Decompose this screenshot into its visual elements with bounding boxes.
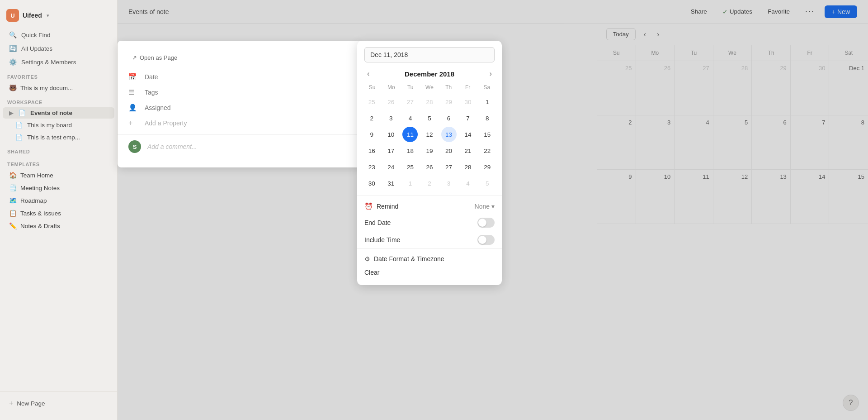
cal-day[interactable]: 27: [402, 94, 418, 110]
tags-property-row[interactable]: ☰ Tags: [118, 85, 362, 100]
sidebar-item-tasks-issues[interactable]: 📋 Tasks & Issues: [3, 207, 114, 219]
cal-day[interactable]: 29: [480, 159, 495, 175]
cal-day[interactable]: 7: [460, 110, 476, 126]
cal-day[interactable]: 28: [422, 94, 437, 110]
weekday-th: Th: [439, 82, 458, 92]
updates-icon: 🔄: [9, 45, 17, 52]
cal-day[interactable]: 30: [460, 94, 476, 110]
cal-day[interactable]: 4: [460, 176, 476, 191]
cal-day[interactable]: 18: [402, 143, 418, 158]
cal-day[interactable]: 3: [441, 176, 457, 191]
sidebar-item-settings[interactable]: ⚙️ Settings & Members: [3, 56, 114, 68]
property-panel: ↗ Open as Page 📅 Date ☰ Tags 👤 Assigned …: [118, 41, 362, 167]
cal-day[interactable]: 9: [364, 127, 379, 142]
next-month-button[interactable]: ›: [487, 69, 495, 79]
cal-day[interactable]: 20: [441, 143, 457, 158]
cal-day[interactable]: 16: [364, 143, 379, 158]
datepicker-popup: ‹ December 2018 › Su Mo Tu We Th Fr Sa 2…: [357, 41, 502, 285]
sidebar-item-my-document[interactable]: 🐻 This is my docum...: [3, 82, 114, 94]
weekday-fr: Fr: [458, 82, 477, 92]
new-page-label: New Page: [17, 400, 45, 407]
cal-day[interactable]: 4: [402, 110, 418, 126]
cal-day[interactable]: 8: [480, 110, 495, 126]
cal-day[interactable]: 13: [441, 127, 457, 142]
cal-days: 2526272829301234567891011121314151617181…: [363, 94, 496, 191]
cal-day[interactable]: 24: [383, 159, 399, 175]
weekday-tu: Tu: [401, 82, 420, 92]
cal-day[interactable]: 26: [383, 94, 399, 110]
page-icon: 📄: [15, 134, 23, 141]
calendar-header: ‹ December 2018 ›: [357, 67, 502, 82]
prev-month-button[interactable]: ‹: [364, 69, 372, 79]
cal-day[interactable]: 29: [441, 94, 457, 110]
cal-day[interactable]: 2: [422, 176, 437, 191]
sidebar-item-notes-drafts[interactable]: ✏️ Notes & Drafts: [3, 220, 114, 232]
shared-section-label: SHARED: [0, 143, 117, 156]
cal-day[interactable]: 23: [364, 159, 379, 175]
sidebar-item-events-of-note[interactable]: ▶ 📄 Events of note: [3, 107, 114, 119]
team-home-icon: 🏠: [9, 172, 17, 179]
cal-day[interactable]: 2: [364, 110, 379, 126]
page-icon: 📄: [19, 110, 26, 116]
comment-input[interactable]: Add a comment...: [147, 143, 197, 150]
new-page-button[interactable]: + New Page: [3, 396, 114, 411]
include-time-label: Include Time: [364, 236, 400, 243]
cal-day[interactable]: 30: [364, 176, 379, 191]
notes-drafts-label: Notes & Drafts: [20, 223, 60, 229]
cal-day[interactable]: 3: [383, 110, 399, 126]
end-date-label: End Date: [364, 219, 391, 226]
remind-chevron-icon: ▾: [491, 203, 495, 210]
cal-day[interactable]: 11: [402, 127, 418, 142]
events-of-note-label: Events of note: [30, 110, 72, 116]
cal-day[interactable]: 19: [422, 143, 437, 158]
cal-day[interactable]: 17: [383, 143, 399, 158]
end-date-toggle[interactable]: [477, 218, 495, 228]
cal-day[interactable]: 26: [422, 159, 437, 175]
favorites-section-label: FAVORITES: [0, 69, 117, 81]
collapse-icon: ▶: [9, 110, 13, 116]
cal-day[interactable]: 10: [383, 127, 399, 142]
my-board-label: This is my board: [27, 122, 72, 129]
add-property-button[interactable]: + Add a Property: [118, 115, 362, 131]
quick-find-label: Quick Find: [21, 32, 51, 38]
cal-day[interactable]: 28: [460, 159, 476, 175]
cal-day[interactable]: 21: [460, 143, 476, 158]
cal-day[interactable]: 31: [383, 176, 399, 191]
sidebar-item-roadmap[interactable]: 🗺️ Roadmap: [3, 195, 114, 206]
date-format-button[interactable]: ⚙ Date Format & Timezone: [364, 253, 495, 265]
property-panel-header: ↗ Open as Page: [118, 50, 362, 69]
clear-button[interactable]: Clear: [364, 265, 495, 280]
cal-day[interactable]: 25: [402, 159, 418, 175]
settings-label: Settings & Members: [21, 59, 76, 66]
add-property-label: Add a Property: [145, 119, 187, 127]
app-name: Uifeed: [23, 12, 42, 19]
sidebar-item-quick-find[interactable]: 🔍 Quick Find: [3, 29, 114, 41]
month-title: December 2018: [405, 70, 454, 78]
date-property-row[interactable]: 📅 Date: [118, 69, 362, 85]
open-as-page-button[interactable]: ↗ Open as Page: [128, 52, 181, 63]
sidebar-item-test-emp[interactable]: 📄 This is a test emp...: [3, 132, 114, 143]
remind-value-dropdown[interactable]: None ▾: [475, 203, 495, 210]
cal-day[interactable]: 12: [422, 127, 437, 142]
sidebar-item-meeting-notes[interactable]: 🗒️ Meeting Notes: [3, 182, 114, 194]
include-time-toggle[interactable]: [477, 235, 495, 245]
date-input[interactable]: [364, 47, 495, 62]
calendar-grid: Su Mo Tu We Th Fr Sa 2526272829301234567…: [357, 82, 502, 191]
cal-day[interactable]: 6: [441, 110, 457, 126]
cal-day[interactable]: 27: [441, 159, 457, 175]
assigned-property-row[interactable]: 👤 Assigned: [118, 100, 362, 115]
notes-icon: ✏️: [9, 222, 17, 229]
sidebar-item-my-board[interactable]: 📄 This is my board: [3, 119, 114, 131]
cal-day[interactable]: 25: [364, 94, 379, 110]
settings-icon: ⚙️: [9, 58, 17, 66]
sidebar-item-all-updates[interactable]: 🔄 All Updates: [3, 42, 114, 55]
cal-day[interactable]: 22: [480, 143, 495, 158]
cal-day[interactable]: 1: [480, 94, 495, 110]
cal-day[interactable]: 1: [402, 176, 418, 191]
cal-day[interactable]: 14: [460, 127, 476, 142]
cal-day[interactable]: 15: [480, 127, 495, 142]
cal-day[interactable]: 5: [480, 176, 495, 191]
sidebar-item-team-home[interactable]: 🏠 Team Home: [3, 169, 114, 181]
cal-day[interactable]: 5: [422, 110, 437, 126]
test-emp-label: This is a test emp...: [27, 134, 80, 141]
